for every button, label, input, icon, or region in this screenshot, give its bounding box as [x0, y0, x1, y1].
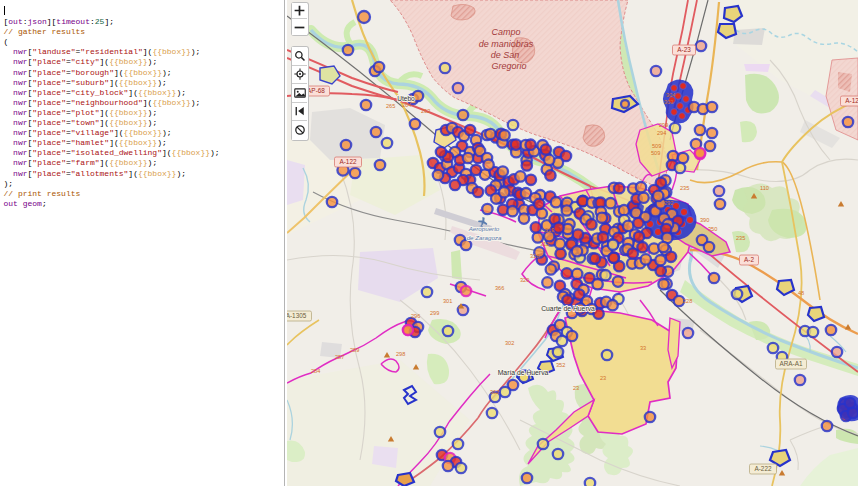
svg-text:509: 509 — [651, 150, 660, 156]
svg-text:303: 303 — [664, 99, 673, 105]
svg-text:Cuarte de Huerva: Cuarte de Huerva — [541, 305, 595, 312]
svg-text:350: 350 — [708, 226, 717, 232]
svg-text:284: 284 — [311, 368, 320, 374]
svg-text:A-12: A-12 — [845, 97, 858, 104]
svg-text:ARA-A1: ARA-A1 — [779, 360, 803, 367]
svg-text:Gregorio: Gregorio — [491, 61, 526, 71]
svg-text:228: 228 — [683, 298, 692, 304]
svg-text:Aeropuerto: Aeropuerto — [468, 225, 500, 232]
svg-text:289: 289 — [350, 347, 359, 353]
svg-text:304: 304 — [666, 92, 675, 98]
svg-text:Utebo: Utebo — [397, 95, 415, 102]
svg-text:313: 313 — [545, 227, 554, 233]
svg-text:de San: de San — [491, 50, 520, 60]
svg-text:A-1305: A-1305 — [287, 312, 307, 319]
svg-text:366: 366 — [495, 285, 504, 291]
svg-text:318: 318 — [530, 253, 539, 259]
svg-text:312: 312 — [540, 241, 549, 247]
svg-text:de maniobras: de maniobras — [479, 39, 534, 49]
svg-text:235: 235 — [736, 235, 745, 241]
svg-text:320: 320 — [520, 277, 529, 283]
svg-text:23: 23 — [600, 375, 606, 381]
svg-text:265: 265 — [386, 103, 395, 109]
svg-text:48: 48 — [798, 290, 804, 296]
svg-text:301: 301 — [443, 298, 452, 304]
svg-text:María de Huerva: María de Huerva — [498, 369, 549, 376]
svg-text:110: 110 — [760, 185, 769, 191]
svg-text:352: 352 — [556, 362, 565, 368]
svg-text:299: 299 — [430, 310, 439, 316]
svg-text:296: 296 — [411, 313, 420, 319]
svg-text:292: 292 — [664, 200, 673, 206]
svg-text:de Zaragoza: de Zaragoza — [467, 234, 502, 241]
svg-text:287: 287 — [335, 354, 344, 360]
svg-text:362: 362 — [490, 389, 499, 395]
svg-text:AP-68: AP-68 — [307, 87, 325, 94]
svg-text:33: 33 — [640, 345, 646, 351]
svg-text:264: 264 — [402, 102, 411, 108]
svg-text:299: 299 — [659, 122, 668, 128]
svg-text:235: 235 — [680, 185, 689, 191]
svg-text:302: 302 — [505, 340, 514, 346]
svg-text:A-222: A-222 — [754, 465, 771, 472]
svg-text:298: 298 — [396, 351, 405, 357]
svg-text:Campo: Campo — [491, 27, 520, 37]
svg-text:A-23: A-23 — [677, 46, 691, 53]
svg-text:A-2: A-2 — [744, 256, 754, 263]
svg-text:390: 390 — [700, 217, 709, 223]
svg-text:509: 509 — [652, 143, 661, 149]
svg-text:A-122: A-122 — [339, 158, 356, 165]
svg-text:262: 262 — [421, 108, 430, 114]
svg-text:23: 23 — [573, 385, 579, 391]
svg-text:294: 294 — [657, 130, 666, 136]
